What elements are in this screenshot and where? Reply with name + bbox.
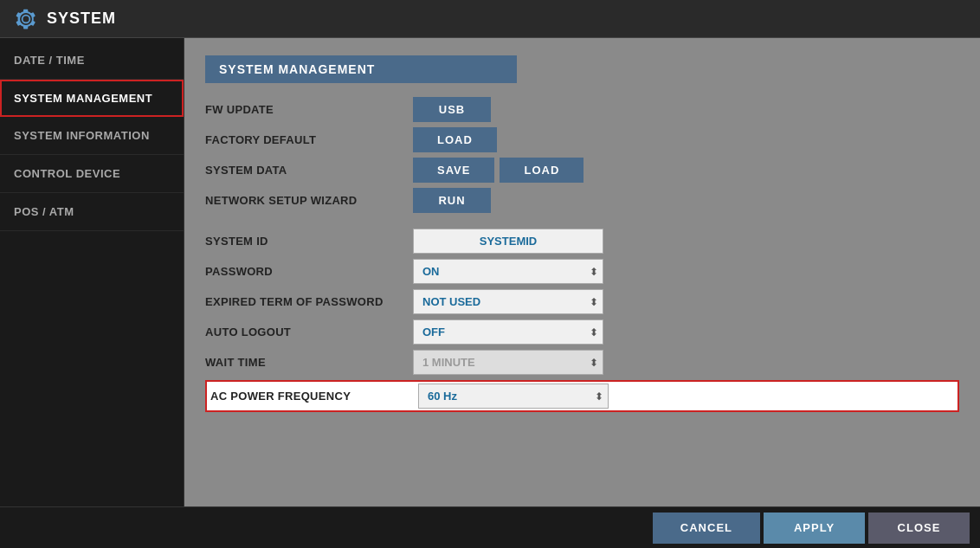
password-label: PASSWORD — [205, 265, 413, 278]
ac-power-frequency-row: AC POWER FREQUENCY 50 Hz 60 Hz — [205, 380, 959, 412]
expired-term-select[interactable]: NOT USED 30 DAYS 60 DAYS 90 DAYS — [413, 289, 603, 314]
main-layout: DATE / TIME SYSTEM MANAGEMENT SYSTEM INF… — [0, 38, 980, 506]
system-data-label: SYSTEM DATA — [205, 164, 413, 177]
sidebar-item-date-time[interactable]: DATE / TIME — [0, 42, 184, 80]
bottom-bar: CANCEL APPLY CLOSE — [0, 506, 980, 548]
fw-update-label: FW UPDATE — [205, 103, 413, 116]
ac-power-frequency-select[interactable]: 50 Hz 60 Hz — [418, 384, 609, 409]
sidebar-item-pos-atm[interactable]: POS / ATM — [0, 193, 184, 231]
wait-time-select[interactable]: 1 MINUTE 2 MINUTES 5 MINUTES — [413, 350, 603, 375]
system-data-controls: SAVE LOAD — [413, 158, 583, 183]
wait-time-controls: 1 MINUTE 2 MINUTES 5 MINUTES — [413, 350, 603, 375]
auto-logout-select[interactable]: OFF ON — [413, 319, 603, 345]
sidebar: DATE / TIME SYSTEM MANAGEMENT SYSTEM INF… — [0, 38, 184, 506]
sidebar-item-system-management[interactable]: SYSTEM MANAGEMENT — [0, 80, 184, 117]
ac-power-frequency-label: AC POWER FREQUENCY — [210, 386, 418, 406]
expired-term-label: EXPIRED TERM OF PASSWORD — [205, 295, 413, 308]
wait-time-label: WAIT TIME — [205, 356, 413, 369]
auto-logout-select-wrapper: OFF ON — [413, 319, 603, 345]
gear-icon — [14, 7, 38, 31]
system-id-label: SYSTEM ID — [205, 235, 413, 248]
system-data-save-button[interactable]: SAVE — [413, 158, 494, 183]
network-setup-label: NETWORK SETUP WIZARD — [205, 194, 413, 207]
expired-term-row: EXPIRED TERM OF PASSWORD NOT USED 30 DAY… — [205, 289, 959, 314]
expired-term-controls: NOT USED 30 DAYS 60 DAYS 90 DAYS — [413, 289, 603, 314]
system-data-load-button[interactable]: LOAD — [500, 158, 583, 183]
network-setup-row: NETWORK SETUP WIZARD RUN — [205, 188, 959, 213]
sidebar-item-system-information[interactable]: SYSTEM INFORMATION — [0, 117, 184, 155]
fw-update-row: FW UPDATE USB — [205, 97, 959, 122]
wait-time-row: WAIT TIME 1 MINUTE 2 MINUTES 5 MINUTES — [205, 350, 959, 375]
password-select-wrapper: ON OFF — [413, 259, 603, 284]
password-controls: ON OFF — [413, 259, 603, 284]
content-area: SYSTEM MANAGEMENT FW UPDATE USB FACTORY … — [184, 38, 980, 506]
ac-power-frequency-controls: 50 Hz 60 Hz — [418, 384, 609, 409]
title-bar: SYSTEM — [0, 0, 980, 38]
apply-button[interactable]: APPLY — [764, 513, 865, 544]
auto-logout-controls: OFF ON — [413, 319, 603, 345]
network-setup-controls: RUN — [413, 188, 491, 213]
factory-default-row: FACTORY DEFAULT LOAD — [205, 127, 959, 152]
page-title: SYSTEM — [47, 10, 116, 28]
factory-default-load-button[interactable]: LOAD — [413, 127, 497, 152]
system-data-row: SYSTEM DATA SAVE LOAD — [205, 158, 959, 183]
wait-time-select-wrapper: 1 MINUTE 2 MINUTES 5 MINUTES — [413, 350, 603, 375]
system-id-controls — [413, 229, 603, 254]
fw-update-usb-button[interactable]: USB — [413, 97, 491, 122]
section-title: SYSTEM MANAGEMENT — [205, 55, 517, 83]
auto-logout-label: AUTO LOGOUT — [205, 326, 413, 338]
network-setup-run-button[interactable]: RUN — [413, 188, 491, 213]
factory-default-label: FACTORY DEFAULT — [205, 133, 413, 146]
password-row: PASSWORD ON OFF — [205, 259, 959, 284]
close-button[interactable]: CLOSE — [868, 513, 970, 544]
system-id-input[interactable] — [413, 229, 603, 254]
password-select[interactable]: ON OFF — [413, 259, 603, 284]
ac-power-frequency-select-wrapper: 50 Hz 60 Hz — [418, 384, 609, 409]
sidebar-item-control-device[interactable]: CONTROL DEVICE — [0, 155, 184, 193]
cancel-button[interactable]: CANCEL — [653, 513, 760, 544]
auto-logout-row: AUTO LOGOUT OFF ON — [205, 319, 959, 345]
expired-term-select-wrapper: NOT USED 30 DAYS 60 DAYS 90 DAYS — [413, 289, 603, 314]
system-id-row: SYSTEM ID — [205, 229, 959, 254]
factory-default-controls: LOAD — [413, 127, 497, 152]
fw-update-controls: USB — [413, 97, 491, 122]
